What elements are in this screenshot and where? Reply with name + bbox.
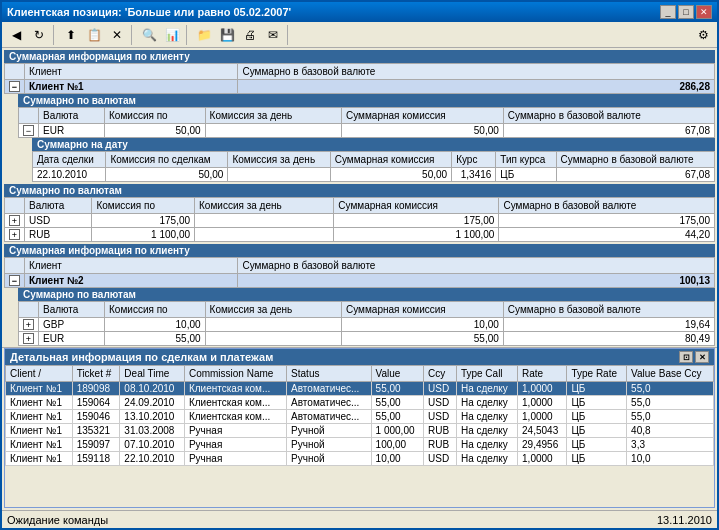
plus-icon-gbp[interactable]: + (23, 319, 34, 330)
col-value: Value (371, 366, 423, 382)
perday-eur2 (205, 332, 341, 346)
detail-cell: 40,8 (627, 424, 714, 438)
perday-gbp (205, 318, 341, 332)
client1-currency-table: Валюта Комиссия по Комиссия за день Сумм… (18, 107, 715, 138)
rate-type-val: ЦБ (496, 168, 556, 182)
detail-section: Детальная информация по сделкам и платеж… (4, 348, 715, 508)
detail-cell: Клиент №1 (6, 452, 73, 466)
detail-cell: 159046 (72, 410, 120, 424)
minimize-button[interactable]: _ (660, 5, 676, 19)
search-button[interactable]: 🔍 (138, 24, 160, 46)
detail-row[interactable]: Клиент №115906424.09.2010Клиентская ком.… (6, 396, 714, 410)
currency-summary-header-1: Суммарно по валютам (18, 94, 715, 107)
detail-cell: 189098 (72, 382, 120, 396)
copy-button[interactable]: 📋 (83, 24, 105, 46)
client1-row[interactable]: − Клиент №1 286,28 (5, 80, 715, 94)
client2-row[interactable]: − Клиент №2 100,13 (5, 274, 715, 288)
detail-row[interactable]: Клиент №115909707.10.2010РучнаяРучной100… (6, 438, 714, 452)
minus-icon[interactable]: − (9, 81, 20, 92)
detail-cell: RUB (423, 424, 456, 438)
col-expand-c2-cur (19, 302, 39, 318)
col-expand-3 (5, 198, 25, 214)
detail-cell: На сделку (456, 396, 517, 410)
expand-gbp[interactable]: + (19, 318, 39, 332)
detail-cell: 10,00 (371, 452, 423, 466)
print-button[interactable]: 🖨 (239, 24, 261, 46)
detail-table-header-row: Client / Ticket # Deal Time Commission N… (6, 366, 714, 382)
expand-rub[interactable]: + (5, 228, 25, 242)
col-per-day-date: Комиссия за день (228, 152, 330, 168)
detail-cell: ЦБ (567, 424, 627, 438)
detail-float-button[interactable]: ⊡ (679, 351, 693, 363)
detail-row[interactable]: Клиент №115904613.10.2010Клиентская ком.… (6, 410, 714, 424)
email-button[interactable]: ✉ (262, 24, 284, 46)
summary-by-client-header: Суммарная информация по клиенту (4, 50, 715, 63)
detail-row[interactable]: Клиент №118909808.10.2010Клиентская ком.… (6, 382, 714, 396)
detail-cell: 159097 (72, 438, 120, 452)
title-buttons: _ □ ✕ (660, 5, 712, 19)
chart-button[interactable]: 📊 (161, 24, 183, 46)
detail-row[interactable]: Клиент №115911822.10.2010РучнаяРучной10,… (6, 452, 714, 466)
perday-usd (195, 214, 334, 228)
detail-cell: Клиент №1 (6, 410, 73, 424)
maximize-button[interactable]: □ (678, 5, 694, 19)
up-button[interactable]: ⬆ (60, 24, 82, 46)
detail-cell: Ручной (287, 438, 371, 452)
currency-row-usd: + USD 175,00 175,00 175,00 (5, 214, 715, 228)
currency-summary-header-2: Суммарно по валютам (4, 184, 715, 197)
close-button[interactable]: ✕ (696, 5, 712, 19)
detail-cell: 13.10.2010 (120, 410, 185, 424)
detail-panel-header: Детальная информация по сделкам и платеж… (5, 349, 714, 365)
client2-expand[interactable]: − (5, 274, 25, 288)
minus-icon-c2[interactable]: − (9, 275, 20, 286)
totalcomm-eur: 50,00 (341, 124, 503, 138)
toolbar-separator-4 (287, 25, 291, 45)
minus-icon-eur[interactable]: − (23, 125, 34, 136)
plus-icon-rub[interactable]: + (9, 229, 20, 240)
detail-cell: Ручной (287, 424, 371, 438)
detail-table: Client / Ticket # Deal Time Commission N… (5, 365, 714, 466)
client1-expand[interactable]: − (5, 80, 25, 94)
detail-cell: 55,00 (371, 382, 423, 396)
comm-usd: 175,00 (92, 214, 195, 228)
delete-button[interactable]: ✕ (106, 24, 128, 46)
col-status: Status (287, 366, 371, 382)
detail-cell: ЦБ (567, 382, 627, 396)
expand-eur[interactable]: − (19, 124, 39, 138)
plus-icon-eur2[interactable]: + (23, 333, 34, 344)
detail-cell: Клиентская ком... (184, 382, 286, 396)
settings-icon[interactable]: ⚙ (692, 24, 714, 46)
save-button[interactable]: 💾 (216, 24, 238, 46)
detail-row[interactable]: Клиент №113532131.03.2008РучнаяРучной1 0… (6, 424, 714, 438)
detail-table-wrapper[interactable]: Client / Ticket # Deal Time Commission N… (5, 365, 714, 507)
plus-icon-usd[interactable]: + (9, 215, 20, 226)
detail-cell: 55,00 (371, 410, 423, 424)
totalcomm-eur2: 55,00 (341, 332, 503, 346)
col-rate: Курс (452, 152, 496, 168)
expand-usd[interactable]: + (5, 214, 25, 228)
col-rate-type: Тип курса (496, 152, 556, 168)
folder-button[interactable]: 📁 (193, 24, 215, 46)
date-summary-header: Суммарно на дату (32, 138, 715, 151)
expand-eur2[interactable]: + (19, 332, 39, 346)
toolbar-separator-3 (186, 25, 190, 45)
currency-row-rub: + RUB 1 100,00 1 100,00 44,20 (5, 228, 715, 242)
col-ticket: Ticket # (72, 366, 120, 382)
detail-close-button[interactable]: ✕ (695, 351, 709, 363)
comm-gbp: 10,00 (105, 318, 206, 332)
refresh-button[interactable]: ↻ (28, 24, 50, 46)
detail-cell: 135321 (72, 424, 120, 438)
base-total-date-val: 67,08 (556, 168, 714, 182)
detail-cell: На сделку (456, 438, 517, 452)
detail-cell: 1,0000 (518, 396, 567, 410)
top-section: Суммарная информация по клиенту Клиент С… (2, 48, 717, 348)
client2-currency-table: Валюта Комиссия по Комиссия за день Сумм… (18, 301, 715, 346)
client-summary-header-table: Клиент Суммарно в базовой валюте − Клиен… (4, 63, 715, 94)
rate-val: 1,3416 (452, 168, 496, 182)
col-expand-2 (19, 108, 39, 124)
col-client-header: Клиент (25, 64, 238, 80)
comm-rub: 1 100,00 (92, 228, 195, 242)
back-button[interactable]: ◀ (5, 24, 27, 46)
currency-row-eur: − EUR 50,00 50,00 67,08 (19, 124, 715, 138)
detail-cell: 08.10.2010 (120, 382, 185, 396)
